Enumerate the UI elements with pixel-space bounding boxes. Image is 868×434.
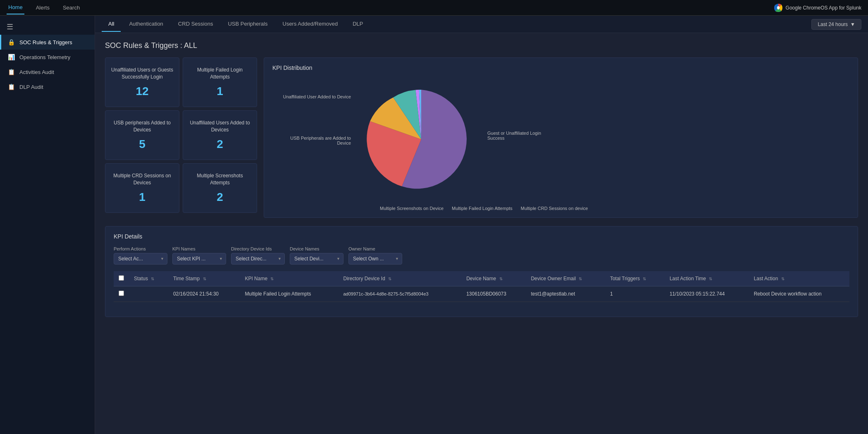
- lock-icon: 🔒: [8, 39, 15, 45]
- filter-label-perform-actions: Perform Actions: [114, 246, 167, 251]
- sort-icon-status: ⇅: [151, 277, 154, 281]
- select-kpi-names[interactable]: Select KPI ...: [172, 253, 226, 265]
- kpi-dist-title: KPI Distribution: [272, 64, 849, 71]
- select-device-names[interactable]: Select Devi...: [290, 253, 343, 265]
- header-timestamp: Time Stamp ⇅: [168, 271, 240, 286]
- select-directory-device-ids[interactable]: Select Direc...: [231, 253, 285, 265]
- row-status: [129, 286, 168, 302]
- filter-directory-device-ids: Directory Device Ids Select Direc...: [231, 246, 285, 265]
- select-perform-actions[interactable]: Select Ac...: [114, 253, 167, 265]
- kpi-card-value-4: 1: [139, 191, 145, 204]
- clipboard-icon: 📋: [8, 69, 15, 75]
- tab-dlp[interactable]: DLP: [346, 17, 370, 32]
- tab-all[interactable]: All: [102, 17, 121, 32]
- kpi-details-title: KPI Details: [114, 233, 849, 240]
- kpi-card-value-5: 2: [217, 191, 223, 204]
- nav-search[interactable]: Search: [61, 1, 81, 14]
- sidebar-item-label: SOC Rules & Triggers: [19, 39, 72, 45]
- header-checkbox-cell: [114, 271, 129, 286]
- row-checkbox[interactable]: [119, 291, 124, 296]
- pie-chart: [367, 86, 475, 194]
- table-footer: [114, 302, 849, 310]
- kpi-card-3[interactable]: Unaffiliated Users Added to Devices 2: [183, 110, 257, 160]
- filter-kpi-names: KPI Names Select KPI ...: [172, 246, 226, 265]
- kpi-distribution: KPI Distribution Unaffiliated User Added…: [264, 57, 858, 218]
- sort-icon-last-action: ⇅: [781, 277, 785, 281]
- header-kpi-name: KPI Name ⇅: [240, 271, 338, 286]
- sort-icon-last-action-time: ⇅: [709, 277, 712, 281]
- sidebar-item-operations-telemetry[interactable]: 📊 Operations Telemetry: [0, 50, 95, 64]
- sort-icon-kpi-name: ⇅: [270, 277, 274, 281]
- kpi-card-4[interactable]: Multiple CRD Sessions on Devices 1: [105, 163, 179, 213]
- doc-icon: 📋: [8, 83, 15, 90]
- tab-bar-right: Last 24 hours ▼: [811, 19, 861, 30]
- kpi-details-table: Status ⇅ Time Stamp ⇅ KPI Name ⇅: [114, 271, 849, 302]
- select-owner-name[interactable]: Select Own ...: [348, 253, 402, 265]
- filter-label-directory-device-ids: Directory Device Ids: [231, 246, 285, 251]
- row-device-name: 1306105BD06073: [461, 286, 526, 302]
- kpi-card-1[interactable]: Multiple Failed Login Attempts 1: [183, 57, 257, 107]
- chart-icon: 📊: [8, 54, 15, 60]
- kpi-section: Unaffiliated Users or Guests Successfull…: [105, 57, 858, 218]
- table-body: 02/16/2024 21:54:30 Multiple Failed Logi…: [114, 286, 849, 302]
- filter-owner-name: Owner Name Select Own ...: [348, 246, 402, 265]
- content-area: All Authentication CRD Sessions USB Peri…: [95, 16, 868, 434]
- sidebar-item-dlp-audit[interactable]: 📋 DLP Audit: [0, 79, 95, 94]
- row-directory-device-id: ad09971c-3b64-4d8e-8275-5c7f5d8004e3: [339, 286, 462, 302]
- kpi-card-title-1: Multiple Failed Login Attempts: [188, 67, 252, 81]
- tab-bar: All Authentication CRD Sessions USB Peri…: [95, 16, 868, 33]
- select-all-checkbox[interactable]: [119, 275, 124, 281]
- label-failed-login: Multiple Failed Login Attempts: [452, 206, 513, 211]
- sidebar-item-label: DLP Audit: [19, 84, 43, 90]
- kpi-details-section: KPI Details Perform Actions Select Ac...…: [105, 226, 858, 317]
- sort-icon-device-owner-email: ⇅: [579, 277, 582, 281]
- filter-label-owner-name: Owner Name: [348, 246, 402, 251]
- sort-icon-directory-device-id: ⇅: [388, 277, 391, 281]
- bottom-labels: Multiple Screenshots on Device Multiple …: [272, 206, 849, 211]
- row-last-action: Reboot Device workflow action: [749, 286, 849, 302]
- row-total-triggers: 1: [605, 286, 665, 302]
- table-row: 02/16/2024 21:54:30 Multiple Failed Logi…: [114, 286, 849, 302]
- kpi-cards-grid: Unaffiliated Users or Guests Successfull…: [105, 57, 257, 218]
- label-usb-peripherals: USB Peripherals are Added to Device: [277, 136, 351, 145]
- filter-label-kpi-names: KPI Names: [172, 246, 226, 251]
- kpi-card-title-5: Multiple Screenshots Attempts: [188, 172, 252, 186]
- filter-device-names: Device Names Select Devi...: [290, 246, 343, 265]
- header-total-triggers: Total Triggers ⇅: [605, 271, 665, 286]
- row-last-action-time: 11/10/2023 05:15:22.744: [665, 286, 749, 302]
- kpi-card-2[interactable]: USB peripherals Added to Devices 5: [105, 110, 179, 160]
- nav-alerts[interactable]: Alerts: [34, 1, 51, 14]
- select-wrapper-kpi-names: Select KPI ...: [172, 253, 226, 265]
- sidebar-item-soc-rules[interactable]: 🔒 SOC Rules & Triggers: [0, 35, 95, 50]
- tab-users-added-removed[interactable]: Users Added/Removed: [276, 17, 345, 32]
- time-range-button[interactable]: Last 24 hours ▼: [811, 19, 861, 30]
- row-device-owner-email: test1@aptestlab.net: [526, 286, 605, 302]
- select-wrapper-perform-actions: Select Ac...: [114, 253, 167, 265]
- sort-icon-timestamp: ⇅: [203, 277, 206, 281]
- kpi-dist-inner: Unaffiliated User Added to Device USB Pe…: [272, 78, 849, 202]
- tab-usb-peripherals[interactable]: USB Peripherals: [221, 17, 274, 32]
- kpi-card-5[interactable]: Multiple Screenshots Attempts 2: [183, 163, 257, 213]
- chevron-down-icon: ▼: [850, 21, 855, 27]
- kpi-card-title-0: Unaffiliated Users or Guests Successfull…: [110, 67, 174, 81]
- filter-perform-actions: Perform Actions Select Ac...: [114, 246, 167, 265]
- tab-authentication[interactable]: Authentication: [122, 17, 169, 32]
- tab-crd-sessions[interactable]: CRD Sessions: [172, 17, 220, 32]
- kpi-card-0[interactable]: Unaffiliated Users or Guests Successfull…: [105, 57, 179, 107]
- label-unaffiliated-added: Unaffiliated User Added to Device: [283, 94, 351, 99]
- nav-home[interactable]: Home: [7, 1, 24, 14]
- sort-icon-device-name: ⇅: [499, 277, 503, 281]
- label-guest-login: Guest or Unaffiliated Login Success: [487, 131, 553, 141]
- label-screenshots: Multiple Screenshots on Device: [380, 206, 444, 211]
- sidebar-menu-button[interactable]: ☰: [0, 19, 95, 35]
- sidebar-item-label: Activities Audit: [19, 69, 54, 75]
- app-name: Google ChromeOS App for Splunk: [786, 5, 861, 11]
- row-checkbox-cell: [114, 286, 129, 302]
- header-device-owner-email: Device Owner Email ⇅: [526, 271, 605, 286]
- time-range-label: Last 24 hours: [818, 21, 848, 27]
- sidebar-item-activities-audit[interactable]: 📋 Activities Audit: [0, 64, 95, 79]
- header-last-action: Last Action ⇅: [749, 271, 849, 286]
- page-content: SOC Rules & Triggers : ALL Unaffiliated …: [95, 33, 868, 325]
- filters-row: Perform Actions Select Ac... KPI Names S…: [114, 246, 849, 265]
- select-wrapper-device-names: Select Devi...: [290, 253, 343, 265]
